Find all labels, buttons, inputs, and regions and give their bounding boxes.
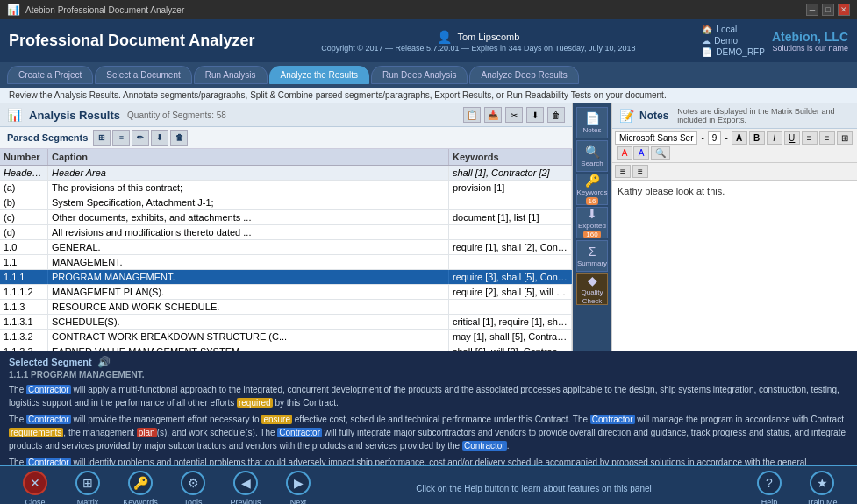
col-number: Number [0,149,48,165]
app-header: Professional Document Analyzer 👤 Tom Lip… [0,19,857,62]
keywords-button[interactable]: 🔑 Keywords [123,471,158,505]
view-toggle-2[interactable]: ≡ [112,130,130,146]
matrix-button[interactable]: ⊞ Matrix [70,471,105,505]
col-caption: Caption [48,149,449,165]
notes-toolbar: Microsoft Sans Ser - 9 - A B I U ≡ ≡ ⊞ A… [612,129,857,163]
side-exported-btn[interactable]: ⬇ Exported 160 [576,207,608,238]
tab-analyze-deep-results[interactable]: Analyze Deep Results [469,66,578,84]
tools-button[interactable]: ⚙ Tools [175,471,211,505]
title-bar: 📊 Atebion Professional Document Analyzer… [0,0,857,19]
selected-text-p2: The Contractor will provide the manageme… [9,413,848,452]
maximize-button[interactable]: □ [822,4,834,16]
selected-segment: Selected Segment 🔊 1.1.1 PROGRAM MANAGEM… [0,351,857,465]
table-row[interactable]: 1.1.1.2 MANAGEMENT PLAN(S). require [2],… [0,285,572,300]
selected-label: Selected Segment 🔊 [9,356,848,368]
table-row[interactable]: (c) Other documents, exhibits, and attac… [0,210,572,225]
bottom-right-buttons: ? Help ★ Train Me [752,471,839,505]
list-btn[interactable]: ≡ [615,165,631,178]
table-row[interactable]: 1.0 GENERAL. require [1], shall [2], Con… [0,240,572,255]
underline-btn[interactable]: I [767,131,782,145]
nav-bar: Create a Project Select a Document Run A… [0,62,857,88]
help-button[interactable]: ? Help [752,471,787,505]
analysis-panel: 📊 Analysis Results Quantity of Segments:… [0,103,573,351]
bottom-bar: ✕ Close ⊞ Matrix 🔑 Keywords ⚙ Tools ◀ Pr… [0,465,857,504]
tab-select-document[interactable]: Select a Document [95,66,192,84]
table-row[interactable]: 1.1.3.1 SCHEDULE(S). critical [1], requi… [0,315,572,330]
selected-text-p3: The Contractor will identify problems an… [9,456,848,465]
bottom-info: Click on the Help button to learn about … [333,484,734,493]
align-left-btn[interactable]: ≡ [802,131,818,145]
analysis-title: Analysis Results [29,109,120,122]
tab-create-project[interactable]: Create a Project [7,66,93,84]
table-row[interactable]: 1.1.3 RESOURCE AND WORK SCHEDULE. [0,300,572,315]
notes-content[interactable]: Kathy please look at this. [612,181,857,351]
panel-header: 📊 Analysis Results Quantity of Segments:… [0,103,572,127]
text-format-btn[interactable]: U [784,131,800,145]
table-row[interactable]: (b) System Specification, Attachment J-1… [0,195,572,210]
copyright-text: Copyright © 2017 — Release 5.7.20.01 — E… [321,44,635,53]
parsed-segments-title: Parsed Segments [7,132,88,143]
filter-btn[interactable]: 🗑 [170,130,188,146]
annotation-btn[interactable]: ✏ [132,130,149,146]
export-icon[interactable]: 📋 [463,107,481,123]
side-keywords-btn[interactable]: 🔑 Keywords 16 [576,174,608,205]
import-icon[interactable]: 📥 [484,107,502,123]
sort-btn[interactable]: ⬇ [151,130,168,146]
app-title: Professional Document Analyzer [9,32,254,50]
nav-demo-rfp[interactable]: 📄DEMO_RFP [702,47,765,57]
bold-btn[interactable]: A [732,131,747,145]
delete-icon[interactable]: 🗑 [547,107,565,123]
tab-run-deep-analysis[interactable]: Run Deep Analysis [371,66,468,84]
indent-btn[interactable]: ≡ [632,165,648,178]
italic-btn[interactable]: B [749,131,765,145]
table-row[interactable]: 1.1.3.2 CONTRACT WORK BREAKDOWN STRUCTUR… [0,330,572,344]
side-notes-btn[interactable]: 📄 Notes [576,107,608,138]
notes-size-select[interactable]: 9 [708,131,722,145]
table-row[interactable]: Header Area Header Area shall [1], Contr… [0,166,572,181]
col-keywords: Keywords [449,149,572,165]
notes-subtitle: Notes are displayed in the Matrix Builde… [677,107,850,124]
close-button[interactable]: ✕ Close [18,471,53,505]
table-row-selected[interactable]: 1.1.1 PROGRAM MANAGEMENT. require [3], s… [0,270,572,285]
table-insert-btn[interactable]: ⊞ [837,131,853,145]
table-row[interactable]: 1.1 MANAGEMENT. [0,255,572,270]
notes-panel: 📝 Notes Notes are displayed in the Matri… [611,103,857,351]
download-icon[interactable]: ⬇ [526,107,544,123]
selected-text-p1: The Contractor will apply a multi-functi… [9,383,848,409]
train-me-button[interactable]: ★ Train Me [804,471,839,505]
split-icon[interactable]: ✂ [505,107,523,123]
nav-local[interactable]: 🏠Local [702,25,765,34]
title-bar-text: Atebion Professional Document Analyzer [25,5,184,15]
side-search-btn[interactable]: 🔍 Search [576,140,608,172]
image-btn[interactable]: 🔍 [651,146,670,160]
table-row[interactable]: (d) All revisions and modifications ther… [0,225,572,240]
previous-button[interactable]: ◀ Previous [228,471,263,505]
username: Tom Lipscomb [457,32,519,42]
tab-analyze-results[interactable]: Analyze the Results [269,66,369,84]
side-quality-btn[interactable]: ◆ Quality Check [576,273,608,305]
panel-toolbar: 📋 📥 ✂ ⬇ 🗑 [463,107,565,123]
side-icons: 📄 Notes 🔍 Search 🔑 Keywords 16 ⬇ Exporte… [573,103,611,351]
table-row[interactable]: (a) The provisions of this contract; pro… [0,181,572,195]
nav-demo[interactable]: ☁Demo [702,36,765,46]
color-a-btn[interactable]: A [617,146,632,160]
close-window-button[interactable]: ✕ [838,4,850,16]
description-bar: Review the Analysis Results. Annotate se… [0,88,857,103]
side-summary-btn[interactable]: Σ Summary [576,240,608,272]
view-toggle-1[interactable]: ⊞ [93,130,111,146]
notes-header: 📝 Notes Notes are displayed in the Matri… [612,103,857,129]
align-center-btn[interactable]: ≡ [819,131,835,145]
notes-font-select[interactable]: Microsoft Sans Ser [615,131,697,145]
notes-title: Notes [639,110,668,122]
atebion-logo: Atebion, LLC Solutions is our name [772,30,848,53]
quantity-label: Quantity of Segments: 58 [127,110,226,120]
table-header: Number Caption Keywords [0,149,572,166]
minimize-button[interactable]: ─ [806,4,818,16]
table-row[interactable]: 1.1.3.3 EARNED VALUE MANAGEMENT SYSTEM. … [0,344,572,351]
color-b-btn[interactable]: A [633,146,649,160]
segments-table: Number Caption Keywords Header Area Head… [0,149,572,351]
tab-run-analysis[interactable]: Run Analysis [194,66,268,84]
next-button[interactable]: ▶ Next [281,471,316,505]
